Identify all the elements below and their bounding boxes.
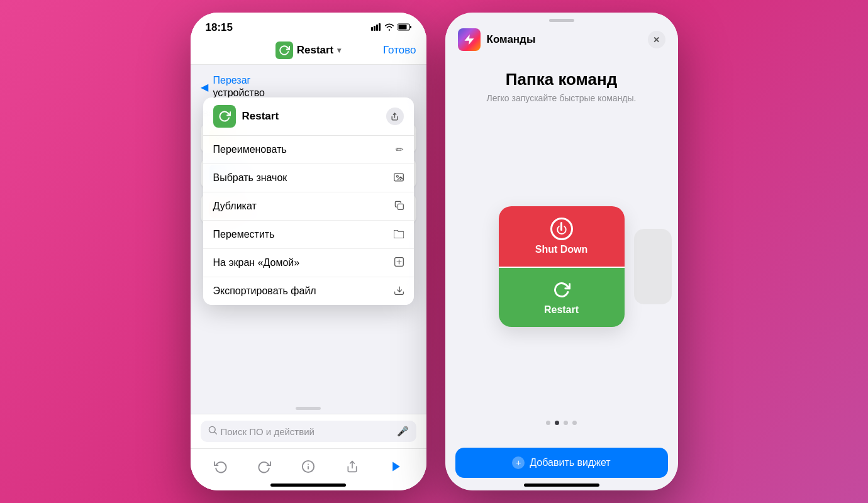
add-plus-icon: + <box>512 456 525 469</box>
right-phone: Команды ✕ Папка команд Легко запускайте … <box>445 13 678 490</box>
photo-icon <box>394 173 404 184</box>
shortcuts-app-icon <box>458 28 481 51</box>
svg-rect-2 <box>376 25 378 31</box>
duplicate-icon <box>394 201 404 212</box>
done-button[interactable]: Готово <box>383 44 416 57</box>
menu-item-export[interactable]: Экспортировать файл <box>203 277 414 305</box>
svg-rect-3 <box>379 23 381 31</box>
menu-item-move-label: Переместить <box>213 229 275 240</box>
search-placeholder: Поиск ПО и действий <box>221 426 393 437</box>
info-button[interactable] <box>297 455 320 478</box>
status-icons <box>371 23 411 33</box>
signal-icon <box>371 23 381 33</box>
shortcut-content: ◀ Перезаг устройство Варианты следу Y Ес… <box>191 65 426 403</box>
folder-subtitle: Легко запускайте быстрые команды. <box>487 93 637 103</box>
svg-line-20 <box>214 432 216 434</box>
play-button[interactable] <box>385 455 408 478</box>
dot-1 <box>546 421 550 425</box>
page-dots <box>546 421 577 425</box>
search-bar-container: Поиск ПО и действий 🎤 <box>191 414 426 448</box>
microphone-icon[interactable]: 🎤 <box>397 426 409 437</box>
dot-3 <box>564 421 568 425</box>
drag-handle <box>296 407 321 410</box>
add-square-icon <box>394 257 404 268</box>
menu-item-icon-label: Выбрать значок <box>213 172 287 184</box>
menu-item-rename-label: Переименовать <box>213 144 287 155</box>
svg-line-13 <box>400 178 401 179</box>
app-name-label: Restart <box>297 44 334 57</box>
restart-app-icon <box>275 41 293 59</box>
menu-item-icon[interactable]: Выбрать значок <box>203 164 414 192</box>
folder-title: Папка команд <box>506 70 617 89</box>
right-phone-header: Команды ✕ <box>445 25 678 57</box>
pencil-icon: ✏ <box>396 144 404 155</box>
svg-rect-14 <box>398 204 403 209</box>
svg-rect-0 <box>371 27 373 31</box>
add-widget-button[interactable]: + Добавить виджет <box>455 448 668 478</box>
dot-4 <box>572 421 577 425</box>
menu-item-rename[interactable]: Переименовать ✏ <box>203 136 414 164</box>
right-phone-screen: Команды ✕ Папка команд Легко запускайте … <box>445 13 678 490</box>
folder-icon <box>394 229 404 240</box>
menu-item-home-label: На экран «Домой» <box>213 257 300 268</box>
widget-card-main: Shut Down Restart <box>499 206 625 327</box>
status-time: 18:15 <box>206 21 233 34</box>
app-title-bar[interactable]: Restart ▾ <box>275 41 342 59</box>
right-header-title: Команды <box>487 33 536 46</box>
dropdown-menu: Restart Переименовать ✏ Выбрать значок <box>203 97 414 305</box>
menu-item-export-label: Экспортировать файл <box>213 285 316 297</box>
right-home-indicator <box>524 484 599 487</box>
add-widget-label: Добавить виджет <box>530 457 610 468</box>
wifi-icon <box>384 23 394 33</box>
search-icon <box>208 426 217 437</box>
svg-rect-6 <box>410 26 411 28</box>
shut-down-label: Shut Down <box>535 244 588 255</box>
export-icon <box>394 285 404 297</box>
restart-widget-icon <box>551 279 572 301</box>
left-phone-screen: 18:15 Restart ▾ Го <box>191 13 426 490</box>
shortcut-title: Перезаг <box>213 75 265 86</box>
svg-marker-25 <box>392 462 400 472</box>
svg-rect-11 <box>394 174 403 181</box>
dropdown-title: Restart <box>242 110 279 123</box>
redo-button[interactable] <box>253 455 275 478</box>
right-drag-handle <box>445 13 678 25</box>
undo-button[interactable] <box>209 455 232 478</box>
battery-icon <box>398 23 411 33</box>
status-bar: 18:15 <box>191 13 426 36</box>
left-phone: 18:15 Restart ▾ Го <box>191 13 426 490</box>
chevron-down-icon[interactable]: ▾ <box>337 46 341 55</box>
svg-point-12 <box>396 175 398 177</box>
back-icon[interactable]: ◀ <box>201 81 208 93</box>
svg-rect-1 <box>374 26 376 31</box>
shortcut-header: ◀ Перезаг устройство <box>201 75 416 99</box>
restart-widget-button[interactable]: Restart <box>499 268 625 327</box>
home-indicator <box>270 484 346 487</box>
power-icon <box>550 218 573 240</box>
menu-item-move[interactable]: Переместить <box>203 221 414 249</box>
menu-item-duplicate[interactable]: Дубликат <box>203 192 414 221</box>
widget-card-partial <box>634 229 672 304</box>
shut-down-button[interactable]: Shut Down <box>499 206 625 267</box>
widget-area: Shut Down Restart <box>458 122 665 411</box>
right-header-left: Команды <box>458 28 536 51</box>
dropdown-header: Restart <box>203 97 414 136</box>
restart-widget-label: Restart <box>544 304 579 316</box>
menu-item-duplicate-label: Дубликат <box>213 201 257 212</box>
dot-2 <box>555 421 559 425</box>
search-bar[interactable]: Поиск ПО и действий 🎤 <box>201 421 416 442</box>
dropdown-share-icon[interactable] <box>386 108 404 125</box>
share-button[interactable] <box>341 455 364 478</box>
dropdown-restart-icon <box>213 105 236 128</box>
close-button[interactable]: ✕ <box>648 31 665 48</box>
menu-item-home[interactable]: На экран «Домой» <box>203 249 414 277</box>
svg-rect-5 <box>398 25 406 29</box>
top-bar: Restart ▾ Готово <box>191 36 426 65</box>
folder-content: Папка команд Легко запускайте быстрые ко… <box>445 57 678 448</box>
dropdown-header-left: Restart <box>213 105 279 128</box>
